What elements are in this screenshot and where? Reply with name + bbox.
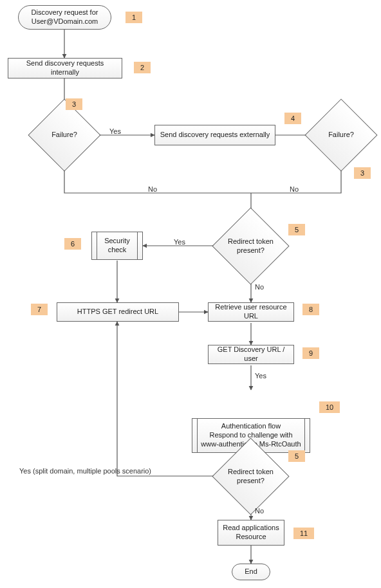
badge-1: 1: [125, 12, 142, 23]
badge-11: 11: [293, 528, 314, 539]
decision-failure-1: Failure?: [39, 109, 90, 161]
badge-5b: 5: [288, 450, 305, 462]
decision-label: Failure?: [328, 131, 354, 140]
edge-yes-1: Yes: [109, 127, 121, 135]
badge-7: 7: [31, 304, 48, 315]
end-terminator: End: [232, 564, 270, 580]
process-send-external: Send discovery requests externally: [154, 125, 275, 145]
edge-yes-split: Yes (split domain, multiple pools scenar…: [19, 467, 151, 475]
decision-redirect-token-2: Redirect token present?: [223, 449, 278, 504]
decision-label: Redirect token present?: [228, 468, 274, 486]
process-retrieve-user-url: Retrieve user resource URL: [208, 302, 294, 322]
process-https-get-redirect: HTTPS GET redirect URL: [57, 302, 179, 322]
process-send-internal: Send discovery requests internally: [8, 58, 122, 78]
decision-label: Redirect token present?: [228, 237, 274, 255]
decision-label: Failure?: [51, 131, 77, 140]
badge-4: 4: [284, 113, 301, 124]
start-terminator: Discovery request for User@VDomain.com: [18, 5, 111, 30]
decision-redirect-token-1: Redirect token present?: [223, 219, 278, 273]
decision-failure-2: Failure?: [315, 109, 367, 161]
badge-3a: 3: [66, 98, 82, 110]
subprocess-security-check: Security check: [91, 232, 143, 260]
process-read-applications: Read applications Resource: [218, 520, 284, 546]
badge-6: 6: [64, 238, 81, 250]
badge-10: 10: [319, 401, 340, 413]
badge-8: 8: [302, 304, 319, 315]
badge-3b: 3: [354, 167, 371, 179]
edge-yes-5a: Yes: [174, 238, 185, 246]
badge-2: 2: [134, 62, 151, 73]
process-get-discovery-user: GET Discovery URL / user: [208, 345, 294, 364]
edge-no-5a: No: [255, 283, 264, 291]
edge-no-5b: No: [255, 507, 264, 515]
edge-no-b: No: [290, 185, 299, 193]
connectors-layer: [0, 0, 381, 588]
badge-5a: 5: [288, 224, 305, 235]
badge-9: 9: [302, 347, 319, 359]
edge-no-a: No: [148, 185, 157, 193]
edge-yes-9: Yes: [255, 372, 266, 380]
